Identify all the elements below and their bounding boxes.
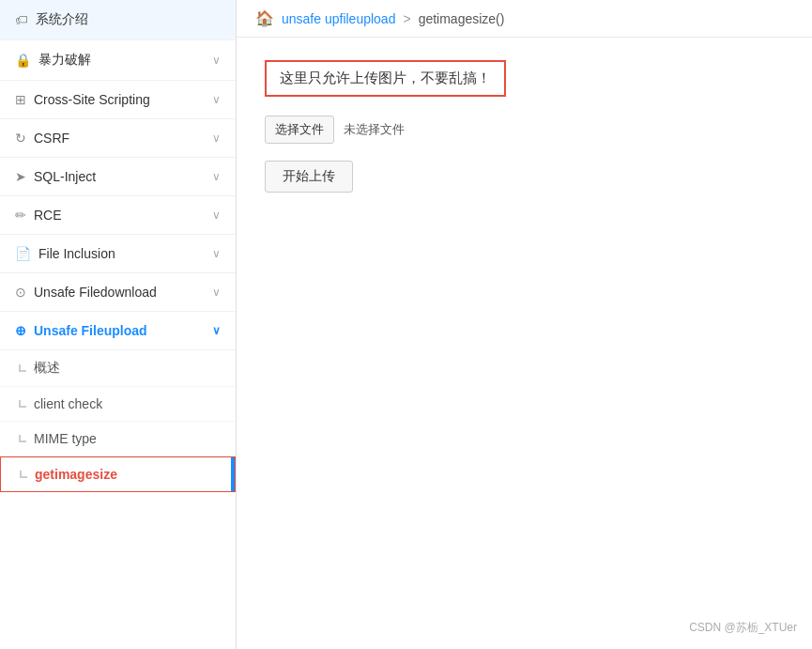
sidebar-label-fileincl: File Inclusion	[38, 246, 212, 261]
refresh-icon: ↻	[15, 131, 26, 146]
sidebar-item-intro[interactable]: 🏷 系统介绍	[0, 0, 236, 40]
breadcrumb-current: getimagesize()	[419, 11, 505, 26]
sidebar-item-brute[interactable]: 🔒 暴力破解 ∨	[0, 40, 236, 81]
code-icon: ⊞	[15, 92, 26, 107]
sidebar-item-sqli[interactable]: ➤ SQL-Inject ∨	[0, 158, 236, 196]
app-container: 🏷 系统介绍 🔒 暴力破解 ∨ ⊞ Cross-Site Scripting ∨…	[0, 0, 812, 649]
notice-box: 这里只允许上传图片，不要乱搞！	[265, 60, 506, 97]
sidebar-subitem-label-mimetype: MIME type	[34, 431, 97, 446]
breadcrumb: 🏠 unsafe upfileupload > getimagesize()	[237, 0, 812, 38]
chevron-down-icon-csrf: ∨	[212, 131, 221, 145]
chevron-down-icon-rce: ∨	[212, 209, 221, 222]
watermark: CSDN @苏栃_XTUer	[689, 620, 797, 636]
breadcrumb-parent[interactable]: unsafe upfileupload	[282, 11, 395, 26]
file-icon: 📄	[15, 246, 31, 261]
sidebar-label-rce: RCE	[34, 208, 212, 223]
sidebar-label-brute: 暴力破解	[38, 52, 212, 69]
arrow-icon: ➤	[15, 169, 26, 184]
home-icon: 🏠	[255, 9, 274, 27]
content-area: 这里只允许上传图片，不要乱搞！ 选择文件 未选择文件 开始上传	[237, 38, 812, 649]
upload-button[interactable]: 开始上传	[265, 161, 353, 193]
chevron-down-icon-filedl: ∨	[212, 286, 221, 299]
sidebar-item-filedl[interactable]: ⊙ Unsafe Filedownload ∨	[0, 273, 236, 312]
tag-icon: 🏷	[15, 12, 28, 27]
main-content: 🏠 unsafe upfileupload > getimagesize() 这…	[237, 0, 812, 649]
sidebar-item-fileup[interactable]: ⊕ Unsafe Fileupload ∨	[0, 312, 236, 350]
plus-circle-icon: ⊕	[15, 323, 26, 338]
chevron-down-icon-fileincl: ∨	[212, 247, 221, 260]
sidebar-subitem-getimagesize[interactable]: getimagesize	[0, 456, 236, 492]
sidebar-subitem-label-getimagesize: getimagesize	[35, 467, 117, 482]
sidebar-subitem-mimetype[interactable]: MIME type	[0, 422, 236, 456]
sidebar-subitem-clientcheck[interactable]: client check	[0, 387, 236, 422]
sidebar-subitem-overview[interactable]: 概述	[0, 350, 236, 387]
sidebar-label-xss: Cross-Site Scripting	[34, 92, 212, 107]
sidebar-label-intro: 系统介绍	[36, 11, 221, 28]
chevron-down-icon-xss: ∨	[212, 93, 221, 106]
file-row: 选择文件 未选择文件	[265, 116, 784, 144]
sidebar-item-fileincl[interactable]: 📄 File Inclusion ∨	[0, 235, 236, 273]
sidebar-subitem-label-clientcheck: client check	[34, 396, 102, 411]
sidebar-label-fileup: Unsafe Fileupload	[34, 323, 212, 338]
sidebar-subitem-label-overview: 概述	[34, 360, 60, 377]
circle-icon: ⊙	[15, 285, 26, 300]
file-choose-button[interactable]: 选择文件	[265, 116, 334, 144]
chevron-down-icon-fileup: ∨	[212, 324, 221, 337]
sidebar-item-xss[interactable]: ⊞ Cross-Site Scripting ∨	[0, 81, 236, 119]
sidebar-item-rce[interactable]: ✏ RCE ∨	[0, 196, 236, 235]
lock-icon: 🔒	[15, 53, 31, 68]
file-no-select-label: 未选择文件	[344, 121, 405, 138]
sidebar-item-csrf[interactable]: ↻ CSRF ∨	[0, 119, 236, 158]
notice-text: 这里只允许上传图片，不要乱搞！	[280, 70, 491, 85]
sidebar: 🏷 系统介绍 🔒 暴力破解 ∨ ⊞ Cross-Site Scripting ∨…	[0, 0, 237, 649]
chevron-down-icon: ∨	[212, 54, 221, 67]
sidebar-label-csrf: CSRF	[34, 131, 212, 146]
pencil-icon: ✏	[15, 208, 26, 223]
active-indicator	[231, 457, 235, 491]
breadcrumb-separator: >	[403, 11, 410, 26]
sidebar-label-sqli: SQL-Inject	[34, 169, 212, 184]
chevron-down-icon-sqli: ∨	[212, 170, 221, 183]
sidebar-label-filedl: Unsafe Filedownload	[34, 285, 212, 300]
